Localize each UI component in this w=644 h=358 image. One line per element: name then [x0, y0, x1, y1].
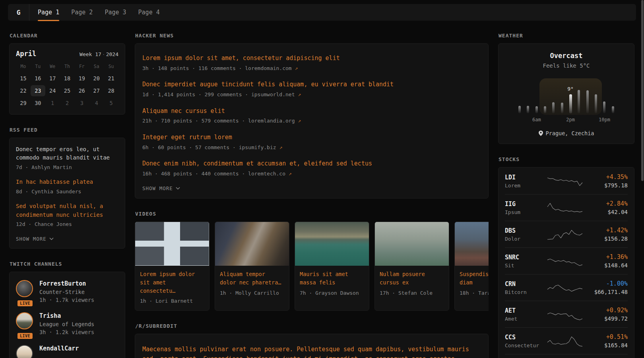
video-thumbnail [135, 222, 209, 266]
calendar-dayname: Su [104, 64, 118, 69]
rss-item-title[interactable]: Donec tempor eros leo, ut commodo mauris… [16, 145, 118, 162]
video-title[interactable]: Lorem ipsum dolor sit amet consectetu… [140, 270, 204, 295]
external-link-icon[interactable]: ↗ [279, 144, 282, 150]
rss-item-title[interactable]: In hac habitasse platea [16, 178, 118, 186]
weather-bar [552, 102, 555, 113]
stock-row: DBS Dolor +1.42% $156.28 [505, 221, 628, 247]
rss-item-meta: 7d · Ashlyn Martin [16, 164, 118, 171]
stock-id: AET Amet [505, 307, 545, 322]
hn-item: Aliquam nec cursus elit 21h · 710 points… [142, 107, 481, 125]
video-title[interactable]: Nullam posuere cursus ex [380, 270, 444, 287]
video-title[interactable]: Mauris sit amet massa felis [300, 270, 364, 287]
weather-bar [595, 94, 597, 113]
video-card[interactable]: Aliquam tempor dolor nec pharetra… 1h · … [215, 222, 289, 311]
video-meta: 18h · Tara [460, 290, 489, 297]
stock-id: CRN Bitcorn [505, 280, 545, 295]
hn-show-more-button[interactable]: SHOW MORE [142, 185, 481, 191]
channel-game: League of Legends [39, 321, 94, 327]
external-link-icon[interactable]: ↗ [289, 171, 292, 177]
hn-item-title[interactable]: Donec enim nibh, condimentum et accumsan… [142, 159, 481, 168]
channel-name[interactable]: KendallCarr [39, 345, 79, 352]
middle-column: HACKER NEWS Lorem ipsum dolor sit amet, … [135, 33, 489, 358]
tab-page-3[interactable]: Page 3 [99, 4, 132, 21]
video-body: Mauris sit amet massa felis 7h · Grayson… [295, 266, 369, 302]
weather-time-labels: 6am2pm10pm [516, 117, 617, 123]
twitch-channel[interactable]: KendallCarr [16, 345, 118, 358]
external-link-icon[interactable]: ↗ [295, 65, 298, 71]
rss-card: Donec tempor eros leo, ut commodo mauris… [9, 138, 125, 249]
channel-name[interactable]: ForrestBurton [39, 280, 94, 287]
calendar-day: 28 [104, 85, 118, 96]
weather-condition: Overcast [505, 52, 628, 60]
video-title[interactable]: Aliquam tempor dolor nec pharetra… [220, 270, 284, 287]
rss-item: In hac habitasse platea 8d · Cynthia Sau… [16, 178, 118, 195]
hn-item: Integer eget rutrum lorem 6h · 60 points… [142, 133, 481, 151]
calendar-day: 18 [60, 73, 75, 84]
calendar-day: 2 [60, 97, 75, 109]
stock-values: +1.36% $148.64 [585, 253, 628, 268]
video-body: Lorem ipsum dolor sit amet consectetu… 1… [135, 266, 209, 311]
video-card[interactable]: Lorem ipsum dolor sit amet consectetu… 1… [135, 222, 209, 311]
calendar-day: 3 [74, 97, 89, 109]
hn-item-meta: 3h · 148 points · 116 comments · loremdo… [142, 65, 481, 72]
stock-sparkline [547, 333, 583, 349]
hacker-news-card: Lorem ipsum dolor sit amet, consectetur … [135, 43, 489, 198]
video-thumbnail [295, 222, 369, 266]
hn-item-title[interactable]: Lorem ipsum dolor sit amet, consectetur … [142, 54, 481, 63]
active-tab-indicator [38, 20, 59, 21]
hn-item-title[interactable]: Aliquam nec cursus elit [142, 107, 481, 116]
external-link-icon[interactable]: ↗ [298, 118, 301, 124]
weather-hour-slot [575, 90, 583, 113]
weather-hour-slot: 9° [566, 94, 574, 113]
tab-page-2[interactable]: Page 2 [65, 4, 99, 21]
header-bar: G Page 1Page 2Page 3Page 4 [8, 4, 636, 21]
weather-bar [612, 106, 614, 113]
calendar-dayname: Sa [89, 64, 104, 69]
subreddit-post-title[interactable]: Maecenas mollis pulvinar erat non posuer… [142, 345, 481, 358]
rss-item-meta: 12d · Chance Jones [16, 221, 118, 228]
rss-section-title: RSS FEED [10, 127, 125, 133]
video-thumbnail [455, 222, 489, 266]
weather-location: Prague, Czechia [505, 130, 628, 136]
twitch-channel[interactable]: LIVE ForrestBurton Counter-Strike 1h · 1… [16, 280, 118, 304]
weather-hour-slot [541, 106, 549, 113]
rss-item-title[interactable]: Sed volutpat nulla nisl, a condimentum n… [16, 202, 118, 219]
weather-section: WEATHER Overcast Feels like 5°C 9° [498, 33, 634, 144]
stock-id: CCS Consectetur [505, 334, 545, 348]
video-card[interactable]: Mauris sit amet massa felis 7h · Grayson… [295, 222, 369, 311]
video-meta: 1h · Molly Carrillo [220, 290, 284, 297]
channel-game: Counter-Strike [39, 289, 94, 295]
stock-id: LDI Lorem [505, 174, 545, 189]
stock-name: Bitcorn [505, 289, 545, 295]
external-link-icon[interactable]: ↗ [298, 91, 301, 97]
calendar-day: 29 [16, 97, 31, 109]
calendar-section-title: CALENDAR [10, 33, 125, 39]
hn-item-title[interactable]: Donec imperdiet augue tincidunt felis al… [142, 80, 481, 89]
app-logo[interactable]: G [8, 4, 29, 21]
video-card[interactable]: Nullam posuere cursus ex 17h · Stefan Co… [374, 222, 449, 311]
hn-item-meta: 1d · 1,414 points · 299 comments · ipsum… [142, 91, 481, 99]
calendar-month: April [16, 50, 36, 58]
calendar-day: 26 [74, 85, 89, 96]
stock-sparkline [547, 253, 583, 269]
rss-show-more-button[interactable]: SHOW MORE [16, 236, 118, 242]
page-scrollbar-thumb[interactable] [641, 0, 644, 181]
hn-item-title[interactable]: Integer eget rutrum lorem [142, 133, 481, 142]
stock-ticker: IIG [505, 200, 545, 208]
stock-name: Dolor [505, 236, 545, 242]
tab-page-1[interactable]: Page 1 [32, 4, 65, 21]
calendar-dayname: Fr [74, 64, 89, 69]
channel-name[interactable]: Trisha [39, 312, 94, 319]
tab-page-4[interactable]: Page 4 [132, 4, 166, 21]
stock-price: $156.28 [585, 235, 628, 242]
weather-hour-slot [592, 94, 600, 113]
video-body: Aliquam tempor dolor nec pharetra… 1h · … [215, 266, 289, 302]
video-card[interactable]: Suspendisse diam 18h · Tara [454, 222, 489, 311]
video-title[interactable]: Suspendisse diam [460, 270, 489, 287]
twitch-channel[interactable]: LIVE Trisha League of Legends 3h · 1.2k … [16, 312, 118, 337]
calendar-day: 30 [31, 97, 45, 109]
stock-values: -1.00% $66,171.48 [585, 280, 628, 295]
stock-row: LDI Lorem +4.35% $795.18 [505, 168, 628, 194]
stock-values: +0.92% $499.72 [585, 307, 628, 322]
rss-section: RSS FEED Donec tempor eros leo, ut commo… [9, 127, 125, 249]
